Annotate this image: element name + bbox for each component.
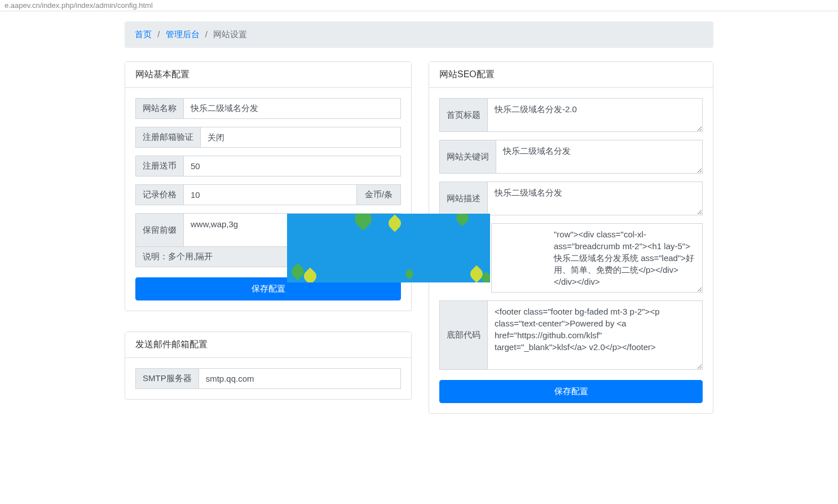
description-label: 网站描述 [439, 182, 487, 215]
record-price-input[interactable] [183, 184, 357, 205]
reg-coin-input[interactable] [183, 156, 401, 176]
keywords-input[interactable] [496, 140, 703, 174]
footer-code-input[interactable] [487, 300, 703, 370]
description-input[interactable] [487, 182, 703, 215]
reserved-prefix-input[interactable] [183, 213, 401, 247]
save-basic-button[interactable]: 保存配置 [135, 277, 401, 300]
smtp-config-title: 发送邮件邮箱配置 [125, 332, 411, 358]
save-seo-button[interactable]: 保存配置 [439, 380, 703, 403]
breadcrumb: 首页 / 管理后台 / 网站设置 [125, 21, 713, 48]
reg-email-verify-select[interactable]: 关闭 [200, 127, 401, 148]
smtp-config-card: 发送邮件邮箱配置 SMTP服务器 [125, 331, 412, 400]
address-bar: e.aapev.cn/index.php/index/admin/config.… [0, 0, 838, 11]
reserved-prefix-label: 保留前缀 [135, 213, 183, 247]
breadcrumb-separator: / [154, 29, 163, 39]
footer-code-label: 底部代码 [439, 300, 487, 370]
smtp-server-label: SMTP服务器 [135, 368, 199, 389]
breadcrumb-admin[interactable]: 管理后台 [166, 29, 200, 39]
site-name-input[interactable] [183, 98, 401, 119]
seo-config-card: 网站SEO配置 首页标题 网站关键词 网站描述 [429, 61, 713, 414]
breadcrumb-home[interactable]: 首页 [135, 29, 152, 39]
breadcrumb-current: 网站设置 [213, 29, 247, 39]
reg-coin-label: 注册送币 [135, 156, 183, 176]
home-title-input[interactable] [487, 98, 703, 132]
record-price-suffix: 金币/条 [357, 184, 401, 205]
basic-config-title: 网站基本配置 [125, 62, 411, 88]
breadcrumb-separator: / [202, 29, 211, 39]
reg-email-verify-label: 注册邮箱验证 [135, 127, 200, 148]
header-code-input[interactable] [491, 223, 703, 293]
keywords-label: 网站关键词 [439, 140, 496, 174]
record-price-label: 记录价格 [135, 184, 183, 205]
basic-config-card: 网站基本配置 网站名称 注册邮箱验证 关闭 注册送币 [125, 61, 412, 311]
site-name-label: 网站名称 [135, 98, 183, 119]
reserved-prefix-note: 说明：多个用,隔开 [135, 246, 401, 267]
smtp-server-input[interactable] [199, 368, 401, 389]
seo-config-title: 网站SEO配置 [429, 62, 713, 88]
home-title-label: 首页标题 [439, 98, 487, 132]
